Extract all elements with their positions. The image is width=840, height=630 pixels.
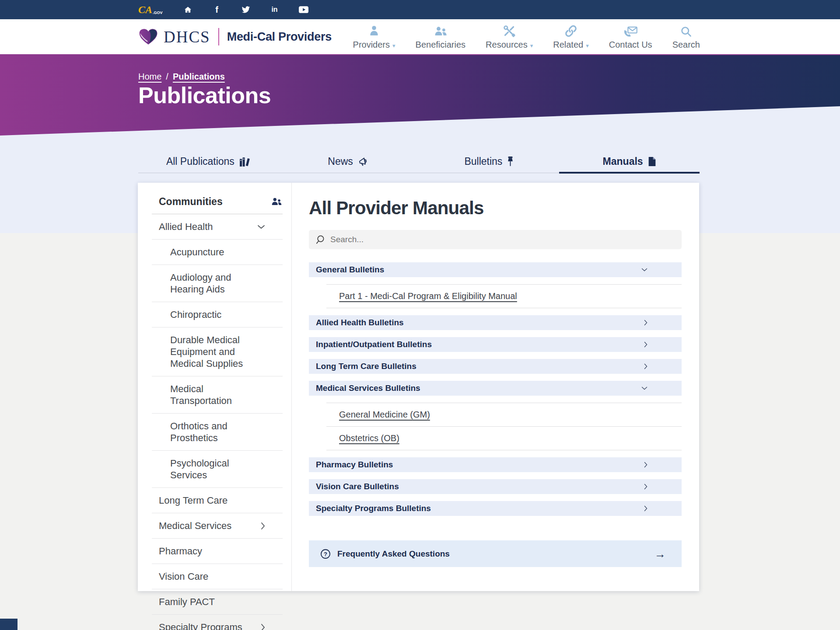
panel-title: All Provider Manuals: [309, 198, 682, 219]
accordion-inpatient-outpatient-bulletins[interactable]: Inpatient/Outpatient Bulletins: [309, 337, 682, 352]
sidebar-item-label: Durable Medical Equipment and Medical Su…: [170, 334, 243, 369]
person-icon: [368, 24, 381, 38]
sidebar-item-label: Family PACT: [159, 596, 215, 607]
site-header: DHCS Medi-Cal Providers Providers▾Benefi…: [0, 19, 840, 55]
chevron-down-icon: ▾: [586, 42, 589, 49]
tab-all-publications[interactable]: All Publications: [138, 150, 279, 173]
sidebar-item-label: Allied Health: [159, 221, 213, 232]
sidebar-item-long-term-care[interactable]: Long Term Care: [152, 488, 283, 513]
faq-bar[interactable]: ? Frequently Asked Questions →: [309, 540, 682, 567]
facebook-icon[interactable]: f: [208, 3, 226, 16]
nav-search[interactable]: Search: [672, 24, 700, 50]
sidebar-heading: Communities: [159, 196, 223, 208]
sidebar-item-acupuncture[interactable]: Acupuncture: [152, 240, 283, 265]
publications-tabs: All PublicationsNewsBulletinsManuals: [138, 150, 700, 173]
sidebar-item-medical-transportation[interactable]: Medical Transportation: [152, 376, 283, 414]
sidebar-item-vision-care[interactable]: Vision Care: [152, 564, 283, 589]
nav-beneficiaries[interactable]: Beneficiaries: [416, 24, 466, 50]
tab-bulletins[interactable]: Bulletins: [419, 150, 560, 173]
accordion-specialty-programs-bulletins[interactable]: Specialty Programs Bulletins: [309, 501, 682, 516]
accordion-vision-care-bulletins[interactable]: Vision Care Bulletins: [309, 479, 682, 494]
page-title: Publications: [138, 82, 271, 108]
sidebar-item-allied-health[interactable]: Allied Health: [152, 214, 283, 240]
chevron-right-icon: [644, 505, 648, 512]
sidebar-item-label: Long Term Care: [159, 495, 228, 506]
sidebar-item-psychological-services[interactable]: Psychological Services: [152, 451, 283, 488]
accordion-allied-health-bulletins[interactable]: Allied Health Bulletins: [309, 315, 682, 330]
tab-news[interactable]: News: [279, 150, 419, 173]
twitter-icon[interactable]: [237, 3, 255, 16]
ca-gov-logo-ca: CA: [138, 4, 152, 15]
manual-link-part-1-medi-cal-program-eligibility-manual[interactable]: Part 1 - Medi-Cal Program & Eligibility …: [339, 291, 517, 301]
manual-link-general-medicine-gm[interactable]: General Medicine (GM): [339, 410, 430, 420]
sidebar-item-orthotics-and-prosthetics[interactable]: Orthotics and Prosthetics: [152, 414, 283, 451]
chevron-right-icon: [644, 484, 648, 490]
faq-label: Frequently Asked Questions: [337, 549, 450, 559]
sidebar-item-specialty-programs[interactable]: Specialty Programs: [152, 615, 283, 630]
megaphone-icon: [358, 156, 370, 167]
link-icon: [564, 24, 578, 38]
ca-gov-logo[interactable]: CA .GOV: [138, 4, 163, 15]
people-icon: [270, 197, 283, 207]
breadcrumb-current-link[interactable]: Publications: [173, 72, 225, 82]
link-row: Obstetrics (OB): [326, 427, 682, 450]
sidebar-item-label: Orthotics and Prosthetics: [170, 421, 228, 443]
chevron-right-icon: [644, 341, 648, 348]
manual-link-obstetrics-ob[interactable]: Obstetrics (OB): [339, 433, 399, 443]
nav-providers[interactable]: Providers▾: [353, 24, 396, 50]
sidebar-item-durable-medical-equipment-and-medical-supplies[interactable]: Durable Medical Equipment and Medical Su…: [152, 327, 283, 376]
sidebar-item-label: Chiropractic: [170, 309, 221, 320]
manuals-panel: All Provider Manuals General BulletinsPa…: [292, 183, 699, 591]
sidebar-item-label: Pharmacy: [159, 546, 202, 557]
sidebar-item-chiropractic[interactable]: Chiropractic: [152, 302, 283, 327]
accordion-label: General Bulletins: [316, 265, 384, 275]
brand-divider: [218, 28, 219, 45]
sidebar-item-audiology-and-hearing-aids[interactable]: Audiology and Hearing Aids: [152, 265, 283, 302]
home-icon[interactable]: [179, 3, 197, 16]
accordion-long-term-care-bulletins[interactable]: Long Term Care Bulletins: [309, 359, 682, 374]
search-input[interactable]: [330, 235, 676, 244]
brand-acronym: DHCS: [164, 28, 210, 46]
sidebar-item-pharmacy[interactable]: Pharmacy: [152, 539, 283, 564]
chevron-down-icon: [257, 225, 265, 229]
search-icon: [680, 24, 692, 38]
tab-label: Manuals: [603, 156, 643, 167]
sidebar-item-label: Audiology and Hearing Aids: [170, 272, 231, 295]
site-title: Medi-Cal Providers: [227, 30, 332, 44]
breadcrumb-home-link[interactable]: Home: [138, 72, 161, 82]
nav-resources[interactable]: Resources▾: [486, 24, 533, 50]
content-card: Communities Allied HealthAcupunctureAudi…: [138, 183, 699, 591]
chevron-down-icon: [641, 386, 648, 390]
svg-text:?: ?: [324, 550, 327, 557]
nav-label: Resources: [486, 40, 528, 49]
sidebar-item-medical-services[interactable]: Medical Services: [152, 513, 283, 539]
chevron-down-icon: ▾: [392, 42, 396, 49]
nav-contact-us[interactable]: Contact Us: [609, 24, 652, 50]
footer-edge: [0, 619, 18, 630]
nav-label: Contact Us: [609, 40, 652, 49]
nav-label: Beneficiaries: [416, 40, 466, 49]
link-row: Part 1 - Medi-Cal Program & Eligibility …: [326, 285, 682, 308]
communities-sidebar: Communities Allied HealthAcupunctureAudi…: [138, 183, 292, 591]
dhcs-heart-logo-icon: [138, 28, 158, 45]
accordion-label: Inpatient/Outpatient Bulletins: [316, 340, 432, 349]
accordion-label: Specialty Programs Bulletins: [316, 504, 431, 513]
manuals-search: [309, 230, 682, 249]
accordion-general-bulletins[interactable]: General Bulletins: [309, 262, 682, 277]
brand[interactable]: DHCS Medi-Cal Providers: [138, 28, 332, 46]
sidebar-item-family-pact[interactable]: Family PACT: [152, 589, 283, 615]
chevron-right-icon: [261, 623, 265, 630]
people-icon: [433, 24, 448, 38]
tab-manuals[interactable]: Manuals: [559, 150, 700, 173]
linkedin-icon[interactable]: in: [266, 3, 284, 16]
nav-label: Providers: [353, 40, 390, 49]
youtube-icon[interactable]: [295, 3, 312, 16]
search-icon: [315, 235, 325, 245]
accordion-links: Part 1 - Medi-Cal Program & Eligibility …: [326, 284, 682, 308]
accordion-pharmacy-bulletins[interactable]: Pharmacy Bulletins: [309, 457, 682, 472]
nav-related[interactable]: Related▾: [553, 24, 588, 50]
accordion-medical-services-bulletins[interactable]: Medical Services Bulletins: [309, 381, 682, 396]
chevron-right-icon: [644, 320, 648, 326]
sidebar-heading-row: Communities: [152, 196, 283, 214]
pin-icon: [507, 156, 514, 167]
